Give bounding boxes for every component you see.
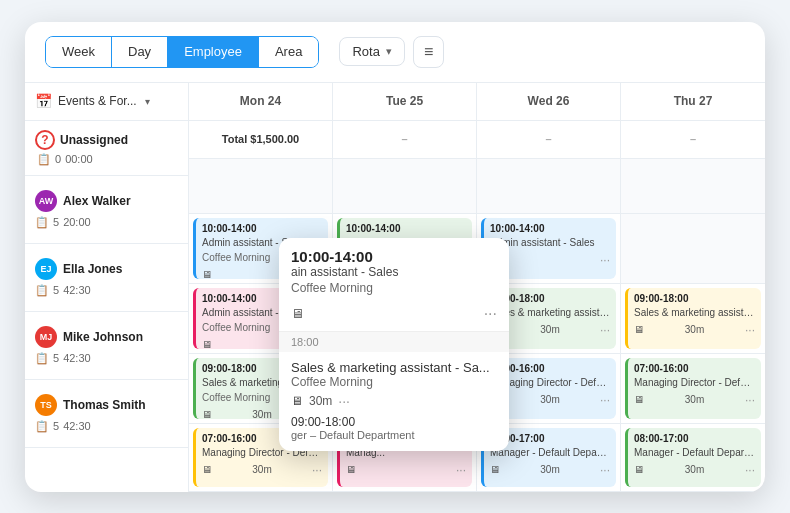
emp-name-alex: Alex Walker [63, 194, 131, 208]
schedule-grid: Mon 24 Tue 25 Wed 26 Thu 27 Total $1,500… [189, 83, 765, 492]
cell-mike-thu[interactable]: 07:00-16:00 Managing Director - Default … [621, 354, 765, 423]
shift-break: 30m [252, 408, 271, 419]
shift-mike-thu[interactable]: 07:00-16:00 Managing Director - Default … [625, 358, 761, 419]
unassigned-hours: 00:00 [65, 153, 93, 165]
total-tue: – [333, 121, 477, 158]
main-card: Week Day Employee Area Rota ▾ ≡ 📅 Events… [25, 22, 765, 492]
shift-break: 30m [685, 323, 704, 337]
shift-more-dots[interactable]: ··· [600, 322, 610, 339]
day-header-tue: Tue 25 [333, 83, 477, 120]
shift-thomas-thu[interactable]: 08:00-17:00 Manager - Default Department… [625, 428, 761, 487]
shift-computer-icon: 🖥 [202, 408, 212, 419]
events-label: Events & For... [58, 94, 137, 108]
shift-time: 07:00-16:00 [634, 362, 755, 376]
zoom-more-dots[interactable]: ··· [484, 305, 497, 323]
shift-ella-thu[interactable]: 09:00-18:00 Sales & marketing assistant … [625, 288, 761, 349]
shift-computer-icon: 🖥 [634, 393, 644, 407]
cell-thomas-thu[interactable]: 08:00-17:00 Manager - Default Department… [621, 424, 765, 491]
emp-name-ella: Ella Jones [63, 262, 122, 276]
shift-more-dots[interactable]: ··· [745, 322, 755, 339]
total-row: Total $1,500.00 – – – [189, 121, 765, 159]
calendar-icon: 📅 [35, 93, 52, 109]
filter-icon: ≡ [424, 43, 433, 61]
unassigned-label: Unassigned [60, 133, 128, 147]
shifts-icon-ella: 📋 [35, 284, 49, 297]
total-wed: – [477, 121, 621, 158]
view-tab-group: Week Day Employee Area [45, 36, 319, 68]
filter-button[interactable]: ≡ [413, 36, 444, 68]
zoom-below-time: 18:00 [291, 336, 319, 348]
rota-dropdown[interactable]: Rota ▾ [339, 37, 404, 66]
zoom-lower-section: Sales & marketing assistant - Sa... Coff… [279, 352, 509, 451]
shift-break: 30m [540, 463, 559, 477]
cell-unassigned-tue[interactable] [333, 159, 477, 213]
zoom-tag: Coffee Morning [291, 281, 497, 295]
shifts-icon-alex: 📋 [35, 216, 49, 229]
zoom-time: 10:00-14:00 [291, 248, 497, 265]
emp-shifts-thomas: 5 [53, 420, 59, 432]
shift-more-dots[interactable]: ··· [745, 392, 755, 409]
shift-role: Manager - Default Department [490, 446, 610, 460]
shift-computer-icon: 🖥 [490, 463, 500, 477]
shift-role: Sales & marketing assistant - Sa... [634, 306, 755, 320]
schedule-table: 📅 Events & For... ▾ ? Unassigned 📋 0 00:… [25, 83, 765, 492]
employee-sidebar: 📅 Events & For... ▾ ? Unassigned 📋 0 00:… [25, 83, 189, 492]
shifts-icon-mike: 📋 [35, 352, 49, 365]
shift-more-dots[interactable]: ··· [312, 462, 322, 479]
emp-name-thomas: Thomas Smith [63, 398, 146, 412]
events-filter[interactable]: 📅 Events & For... ▾ [35, 93, 150, 109]
zoom-lower-tag: Coffee Morning [291, 375, 497, 389]
shift-more-dots[interactable]: ··· [600, 462, 610, 479]
shift-break: 30m [252, 463, 271, 477]
emp-hours-alex: 20:00 [63, 216, 91, 228]
emp-hours-mike: 42:30 [63, 352, 91, 364]
tab-area[interactable]: Area [259, 37, 318, 67]
zoom-lower-break: 30m [309, 394, 332, 408]
emp-shifts-mike: 5 [53, 352, 59, 364]
emp-shifts-ella: 5 [53, 284, 59, 296]
shift-time: 08:00-17:00 [634, 432, 755, 446]
shift-more-dots[interactable]: ··· [600, 252, 610, 269]
rota-label: Rota [352, 44, 379, 59]
shift-time: 10:00-14:00 [490, 222, 610, 236]
cell-alex-thu[interactable] [621, 214, 765, 283]
shift-role: Managing Director - Default Dep... [634, 376, 755, 390]
tab-week[interactable]: Week [46, 37, 112, 67]
shift-computer-icon: 🖥 [202, 338, 212, 349]
cell-unassigned-thu[interactable] [621, 159, 765, 213]
unassigned-shifts: 0 [55, 153, 61, 165]
shift-computer-icon: 🖥 [634, 323, 644, 337]
cell-unassigned-mon[interactable] [189, 159, 333, 213]
zoom-divider-label: 18:00 [279, 331, 509, 352]
total-thu: – [621, 121, 765, 158]
day-header-mon: Mon 24 [189, 83, 333, 120]
shift-computer-icon: 🖥 [202, 463, 212, 477]
unassigned-grid-row [189, 159, 765, 214]
shift-time: 10:00-14:00 [202, 222, 322, 236]
shift-break: 30m [540, 323, 559, 337]
emp-hours-thomas: 42:30 [63, 420, 91, 432]
chevron-down-icon: ▾ [386, 45, 392, 58]
emp-hours-ella: 42:30 [63, 284, 91, 296]
shift-role: Manager - Default Department [634, 446, 755, 460]
zoom-lower-role: Sales & marketing assistant - Sa... [291, 360, 497, 375]
tab-day[interactable]: Day [112, 37, 168, 67]
employee-row-alex: AW Alex Walker 📋 5 20:00 [25, 176, 188, 244]
events-chevron-icon: ▾ [145, 96, 150, 107]
zoom-lower-more-dots[interactable]: ··· [338, 393, 350, 409]
emp-name-mike: Mike Johnson [63, 330, 143, 344]
zoom-computer-icon: 🖥 [291, 306, 304, 321]
day-header-thu: Thu 27 [621, 83, 765, 120]
shift-more-dots[interactable]: ··· [600, 392, 610, 409]
cell-unassigned-wed[interactable] [477, 159, 621, 213]
shift-time: 10:00-14:00 [346, 222, 466, 236]
shift-computer-icon: 🖥 [346, 463, 356, 477]
emp-shifts-alex: 5 [53, 216, 59, 228]
shift-break: 30m [540, 393, 559, 407]
shift-more-dots[interactable]: ··· [456, 462, 466, 479]
cell-ella-thu[interactable]: 09:00-18:00 Sales & marketing assistant … [621, 284, 765, 353]
tab-employee[interactable]: Employee [168, 37, 259, 67]
shift-more-dots[interactable]: ··· [745, 462, 755, 479]
avatar-thomas: TS [35, 394, 57, 416]
shifts-icon-thomas: 📋 [35, 420, 49, 433]
